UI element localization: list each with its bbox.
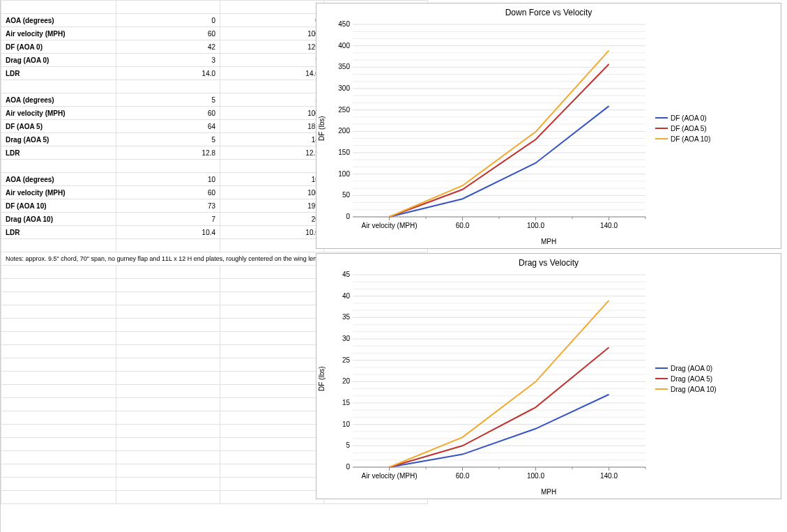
cell[interactable] xyxy=(1,266,116,279)
cell[interactable] xyxy=(116,345,220,358)
cell[interactable] xyxy=(116,292,220,305)
cell[interactable]: 60 xyxy=(116,107,220,120)
cell[interactable] xyxy=(220,239,324,252)
cell[interactable]: 3 xyxy=(116,54,220,67)
cell[interactable]: 7 xyxy=(116,213,220,226)
cell[interactable] xyxy=(116,385,220,398)
cell[interactable]: 10.0 xyxy=(220,226,324,239)
cell[interactable]: 126 xyxy=(220,40,324,54)
cell[interactable] xyxy=(220,266,324,279)
cell[interactable] xyxy=(116,332,220,345)
cell[interactable]: Drag (AOA 10) xyxy=(1,213,116,226)
cell[interactable]: DF (AOA 0) xyxy=(1,40,116,54)
cell[interactable]: 10 xyxy=(116,173,220,186)
cell[interactable] xyxy=(116,1,220,14)
cell[interactable] xyxy=(1,305,116,319)
cell[interactable]: 12.9 xyxy=(220,146,324,160)
cell[interactable]: AOA (degrees) xyxy=(1,173,116,186)
cell[interactable]: 73 xyxy=(116,199,220,213)
cell[interactable] xyxy=(116,279,220,292)
cell[interactable]: AOA (degrees) xyxy=(1,14,116,27)
cell[interactable]: 100 xyxy=(220,186,324,199)
cell[interactable] xyxy=(1,385,116,398)
cell[interactable] xyxy=(1,1,116,14)
cell[interactable] xyxy=(220,292,324,305)
cell[interactable]: 14 xyxy=(220,133,324,146)
cell[interactable] xyxy=(220,451,324,464)
cell[interactable]: 10 xyxy=(220,173,324,186)
cell[interactable]: 20 xyxy=(220,213,324,226)
cell[interactable] xyxy=(1,464,116,478)
cell[interactable]: DF (AOA 10) xyxy=(1,199,116,213)
cell[interactable]: 5 xyxy=(116,93,220,107)
cell[interactable]: Air velocity (MPH) xyxy=(1,27,116,40)
cell[interactable] xyxy=(220,332,324,345)
cell[interactable]: LDR xyxy=(1,67,116,80)
cell[interactable]: AOA (degrees) xyxy=(1,93,116,107)
cell[interactable] xyxy=(220,372,324,385)
cell[interactable]: Drag (AOA 5) xyxy=(1,133,116,146)
cell[interactable] xyxy=(220,279,324,292)
cell[interactable] xyxy=(1,345,116,358)
cell[interactable]: 100 xyxy=(220,27,324,40)
cell[interactable] xyxy=(220,438,324,451)
cell[interactable] xyxy=(220,160,324,173)
cell[interactable]: 5 xyxy=(116,133,220,146)
cell[interactable]: Drag (AOA 0) xyxy=(1,54,116,67)
cell[interactable] xyxy=(220,1,324,14)
cell[interactable] xyxy=(220,411,324,425)
cell[interactable] xyxy=(1,398,116,411)
cell[interactable] xyxy=(1,411,116,425)
cell[interactable] xyxy=(220,80,324,93)
cell[interactable] xyxy=(220,398,324,411)
cell[interactable]: 181 xyxy=(220,120,324,133)
cell[interactable]: 0 xyxy=(220,14,324,27)
cell[interactable] xyxy=(1,80,116,93)
cell[interactable] xyxy=(1,438,116,451)
cell[interactable] xyxy=(116,319,220,332)
cell[interactable] xyxy=(1,160,116,173)
cell[interactable]: 60 xyxy=(116,186,220,199)
cell[interactable]: 9 xyxy=(220,54,324,67)
cell[interactable] xyxy=(116,464,220,478)
cell[interactable] xyxy=(116,425,220,438)
cell[interactable] xyxy=(116,411,220,425)
cell[interactable]: LDR xyxy=(1,146,116,160)
cell[interactable]: Air velocity (MPH) xyxy=(1,107,116,120)
cell[interactable] xyxy=(220,319,324,332)
cell[interactable] xyxy=(220,464,324,478)
cell[interactable] xyxy=(116,80,220,93)
cell[interactable]: 10.4 xyxy=(116,226,220,239)
cell[interactable]: LDR xyxy=(1,226,116,239)
cell[interactable] xyxy=(116,239,220,252)
cell[interactable]: DF (AOA 5) xyxy=(1,120,116,133)
cell[interactable] xyxy=(1,292,116,305)
cell[interactable] xyxy=(1,425,116,438)
cell[interactable] xyxy=(220,491,324,504)
cell[interactable] xyxy=(220,345,324,358)
cell[interactable] xyxy=(116,358,220,372)
cell[interactable]: 0 xyxy=(116,14,220,27)
cell[interactable]: 12.8 xyxy=(116,146,220,160)
cell[interactable]: 5 xyxy=(220,93,324,107)
cell[interactable] xyxy=(116,160,220,173)
cell[interactable] xyxy=(1,319,116,332)
cell[interactable] xyxy=(220,478,324,491)
cell[interactable] xyxy=(220,305,324,319)
cell[interactable] xyxy=(116,398,220,411)
cell[interactable] xyxy=(1,451,116,464)
cell[interactable] xyxy=(220,385,324,398)
cell[interactable] xyxy=(116,305,220,319)
cell[interactable] xyxy=(1,478,116,491)
cell[interactable]: 42 xyxy=(116,40,220,54)
cell[interactable] xyxy=(116,266,220,279)
cell[interactable] xyxy=(1,332,116,345)
cell[interactable] xyxy=(116,438,220,451)
cell[interactable] xyxy=(1,358,116,372)
cell[interactable] xyxy=(116,491,220,504)
cell[interactable] xyxy=(116,478,220,491)
cell[interactable] xyxy=(1,239,116,252)
cell[interactable]: Air velocity (MPH) xyxy=(1,186,116,199)
cell[interactable]: 64 xyxy=(116,120,220,133)
cell[interactable]: 60 xyxy=(116,27,220,40)
